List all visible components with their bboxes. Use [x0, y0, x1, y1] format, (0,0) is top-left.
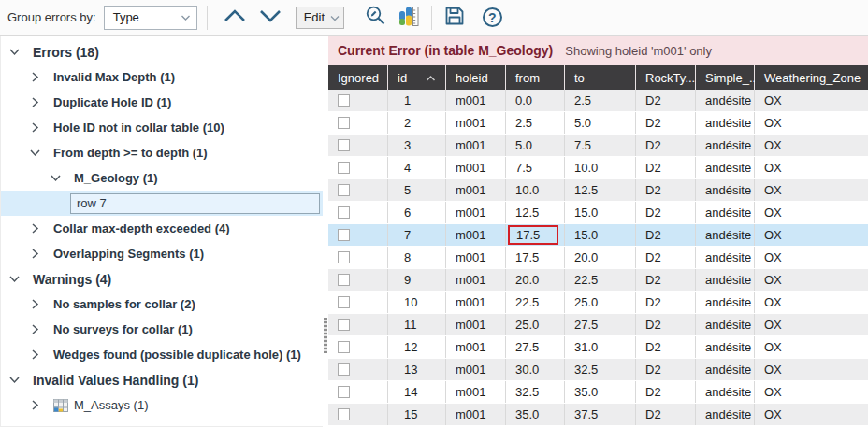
- interval-log-button[interactable]: [393, 4, 426, 32]
- ignored-checkbox[interactable]: [338, 296, 350, 308]
- cell-id[interactable]: 13: [388, 359, 446, 380]
- cell-holeid[interactable]: m001: [446, 336, 506, 358]
- cell-id[interactable]: 11: [388, 314, 446, 335]
- cell-to[interactable]: 10.0: [565, 157, 636, 178]
- cell-weathering[interactable]: OX: [755, 314, 868, 335]
- cell-weathering[interactable]: OX: [755, 179, 868, 201]
- table-row-15[interactable]: 15m00135.037.5D2andésiteOX: [328, 404, 868, 426]
- cell-rocktype[interactable]: D2: [636, 112, 696, 134]
- cell-holeid[interactable]: m001: [446, 157, 506, 178]
- cell-to[interactable]: 15.0: [565, 202, 636, 223]
- ignored-checkbox[interactable]: [338, 139, 350, 151]
- ignored-checkbox[interactable]: [338, 274, 350, 286]
- cell-simple[interactable]: andésite: [696, 359, 755, 380]
- cell-weathering[interactable]: OX: [755, 292, 868, 313]
- cell-to[interactable]: 7.5: [565, 135, 636, 156]
- cell-to[interactable]: 15.0: [565, 224, 636, 246]
- cell-id[interactable]: 3: [388, 135, 446, 156]
- tree-item-duplicate-hole-id-1[interactable]: Duplicate Hole ID (1): [1, 90, 323, 115]
- cell-simple[interactable]: andésite: [696, 404, 755, 425]
- cell-from[interactable]: 17.5: [506, 247, 565, 268]
- cell-rocktype[interactable]: D2: [636, 292, 696, 313]
- cell-simple[interactable]: andésite: [696, 202, 755, 223]
- cell-weathering[interactable]: OX: [755, 202, 868, 223]
- cell-from[interactable]: 10.0: [506, 179, 565, 201]
- ignored-checkbox[interactable]: [338, 94, 350, 107]
- cell-rocktype[interactable]: D2: [636, 269, 696, 291]
- cell-from[interactable]: 25.0: [506, 314, 565, 335]
- save-button[interactable]: [438, 4, 471, 32]
- tree-item-overlapping-segments-1[interactable]: Overlapping Segments (1): [1, 241, 323, 266]
- cell-id[interactable]: 14: [388, 381, 446, 403]
- chevron-right-icon[interactable]: [29, 248, 41, 260]
- ignored-checkbox[interactable]: [338, 117, 350, 129]
- column-header-to[interactable]: to: [565, 65, 636, 90]
- cell-holeid[interactable]: m001: [446, 112, 506, 134]
- tree-item-m-geology-1[interactable]: M_Geology (1): [1, 165, 323, 191]
- cell-holeid[interactable]: m001: [446, 247, 506, 268]
- cell-to[interactable]: 2.5: [565, 90, 636, 111]
- cell-rocktype[interactable]: D2: [636, 404, 696, 425]
- cell-holeid[interactable]: m001: [446, 135, 506, 156]
- cell-from[interactable]: 20.0: [506, 269, 565, 291]
- table-row-4[interactable]: 4m0017.510.0D2andésiteOX: [328, 157, 868, 179]
- cell-from[interactable]: 0.0: [506, 90, 565, 111]
- chevron-down-icon[interactable]: [8, 374, 21, 386]
- edit-dropdown-button[interactable]: Edit: [296, 7, 344, 29]
- chevron-down-icon[interactable]: [29, 147, 41, 159]
- cell-from[interactable]: 35.0: [506, 404, 565, 425]
- cell-simple[interactable]: andésite: [696, 135, 755, 156]
- chevron-right-icon[interactable]: [29, 298, 41, 310]
- cell-id[interactable]: 6: [388, 202, 446, 223]
- cell-simple[interactable]: andésite: [696, 179, 755, 201]
- cell-holeid[interactable]: m001: [446, 292, 506, 313]
- cell-id[interactable]: 1: [388, 90, 446, 111]
- cell-holeid[interactable]: m001: [446, 202, 506, 223]
- cell-id[interactable]: 5: [388, 179, 446, 201]
- table-row-12[interactable]: 12m00127.531.0D2andésiteOX: [328, 336, 868, 359]
- tree-item-warnings-4[interactable]: Warnings (4): [1, 266, 323, 292]
- cell-simple[interactable]: andésite: [696, 314, 755, 335]
- chevron-down-icon[interactable]: [8, 273, 21, 285]
- column-header-simple[interactable]: Simple_...: [696, 65, 755, 90]
- cell-rocktype[interactable]: D2: [636, 90, 696, 111]
- cell-simple[interactable]: andésite: [696, 224, 755, 246]
- cell-id[interactable]: 8: [388, 247, 446, 268]
- table-row-11[interactable]: 11m00125.027.5D2andésiteOX: [328, 314, 868, 336]
- cell-holeid[interactable]: m001: [446, 381, 506, 403]
- cell-to[interactable]: 37.5: [565, 404, 636, 425]
- previous-error-button[interactable]: [217, 4, 253, 32]
- cell-from[interactable]: 17.5: [506, 224, 565, 246]
- cell-weathering[interactable]: OX: [755, 224, 868, 246]
- column-header-ignored[interactable]: Ignored: [328, 65, 388, 90]
- cell-from[interactable]: 22.5: [506, 292, 565, 313]
- splitter-grip-icon[interactable]: [324, 318, 327, 353]
- cell-weathering[interactable]: OX: [755, 135, 868, 156]
- column-header-weathering-zone[interactable]: Weathering_Zone: [755, 65, 868, 90]
- tree-item-invalid-values-handling-1[interactable]: Invalid Values Handling (1): [1, 367, 323, 392]
- table-row-1[interactable]: 1m0010.02.5D2andésiteOX: [328, 90, 868, 112]
- ignored-checkbox[interactable]: [338, 341, 350, 353]
- column-header-rockty[interactable]: RockTy...: [636, 65, 696, 90]
- cell-id[interactable]: 2: [388, 112, 446, 134]
- cell-weathering[interactable]: OX: [755, 404, 868, 425]
- cell-from[interactable]: 27.5: [506, 336, 565, 358]
- cell-id[interactable]: 10: [388, 292, 446, 313]
- cell-to[interactable]: 31.0: [565, 336, 636, 358]
- cell-from[interactable]: 12.5: [506, 202, 565, 223]
- cell-to[interactable]: 5.0: [565, 112, 636, 134]
- cell-rocktype[interactable]: D2: [636, 336, 696, 358]
- ignored-checkbox[interactable]: [338, 319, 350, 331]
- tree-item-hole-id-not-in-collar-table-10[interactable]: Hole ID not in collar table (10): [1, 115, 323, 140]
- table-row-7[interactable]: 7m00117.515.0D2andésiteOX: [328, 224, 868, 247]
- cell-simple[interactable]: andésite: [696, 292, 755, 313]
- cell-holeid[interactable]: m001: [446, 269, 506, 291]
- cell-simple[interactable]: andésite: [696, 269, 755, 291]
- cell-weathering[interactable]: OX: [755, 112, 868, 134]
- cell-from[interactable]: 7.5: [506, 157, 565, 178]
- tree-item-invalid-max-depth-1[interactable]: Invalid Max Depth (1): [1, 64, 323, 90]
- tree-item-m-assays-1[interactable]: M_Assays (1): [1, 392, 323, 418]
- table-row-3[interactable]: 3m0015.07.5D2andésiteOX: [328, 135, 868, 157]
- cell-to[interactable]: 27.5: [565, 314, 636, 335]
- table-row-2[interactable]: 2m0012.55.0D2andésiteOX: [328, 112, 868, 135]
